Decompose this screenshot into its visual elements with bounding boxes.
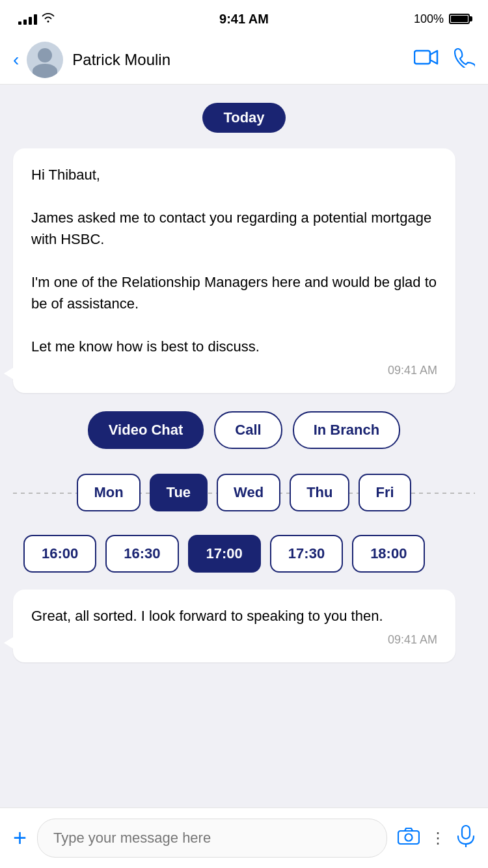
chat-area: Today Hi Thibaut,James asked me to conta… [0, 85, 488, 807]
status-right: 100% [414, 12, 470, 26]
day-tue-button[interactable]: Tue [150, 474, 208, 511]
day-buttons-row: Mon Tue Wed Thu Fri [13, 467, 475, 518]
plus-button[interactable]: + [13, 826, 27, 850]
call-button[interactable]: Call [214, 411, 282, 449]
battery-percent: 100% [414, 12, 444, 26]
confirm-message-text: Great, all sorted. I look forward to spe… [31, 605, 437, 627]
video-chat-button[interactable]: Video Chat [88, 411, 204, 449]
signal-icon [18, 13, 37, 25]
video-call-icon[interactable] [414, 48, 439, 71]
day-thu-button[interactable]: Thu [290, 474, 349, 511]
battery-icon [449, 14, 470, 24]
avatar [27, 42, 63, 78]
status-bar: 9:41 AM 100% [0, 0, 488, 35]
confirm-message-bubble: Great, all sorted. I look forward to spe… [13, 590, 455, 662]
camera-icon[interactable] [398, 827, 420, 850]
phone-call-icon[interactable] [454, 47, 475, 72]
action-buttons-row: Video Chat Call In Branch [13, 403, 475, 457]
first-message-bubble: Hi Thibaut,James asked me to contact you… [13, 148, 455, 393]
svg-point-2 [405, 834, 413, 841]
time-1730-button[interactable]: 17:30 [270, 535, 343, 573]
time-1800-button[interactable]: 18:00 [352, 535, 425, 573]
first-message-time: 09:41 AM [31, 364, 437, 377]
date-badge-text: Today [202, 103, 285, 133]
confirm-message-time: 09:41 AM [31, 633, 437, 647]
wifi-icon [41, 12, 55, 26]
svg-rect-0 [414, 51, 430, 64]
day-fri-button[interactable]: Fri [359, 474, 411, 511]
contact-name: Patrick Moulin [72, 51, 414, 69]
message-input[interactable] [37, 819, 387, 858]
status-time: 9:41 AM [219, 12, 269, 27]
svg-rect-3 [462, 826, 470, 839]
status-left [18, 12, 55, 26]
date-badge: Today [13, 103, 475, 133]
nav-header: ‹ Patrick Moulin [0, 35, 488, 85]
first-message-text: Hi Thibaut,James asked me to contact you… [31, 164, 437, 357]
input-icons: ⋮ [398, 825, 475, 852]
mic-icon[interactable] [457, 825, 475, 852]
day-wed-button[interactable]: Wed [217, 474, 280, 511]
time-1600-button[interactable]: 16:00 [23, 535, 96, 573]
input-bar: + ⋮ [0, 807, 488, 868]
more-options-icon[interactable]: ⋮ [430, 829, 446, 847]
time-1700-button[interactable]: 17:00 [188, 535, 261, 573]
back-button[interactable]: ‹ [13, 49, 19, 70]
nav-icons [414, 47, 475, 72]
time-1630-button[interactable]: 16:30 [105, 535, 178, 573]
svg-rect-1 [398, 831, 419, 844]
in-branch-button[interactable]: In Branch [293, 411, 400, 449]
time-buttons-row: 16:00 16:30 17:00 17:30 18:00 [13, 528, 475, 579]
day-mon-button[interactable]: Mon [77, 474, 140, 511]
